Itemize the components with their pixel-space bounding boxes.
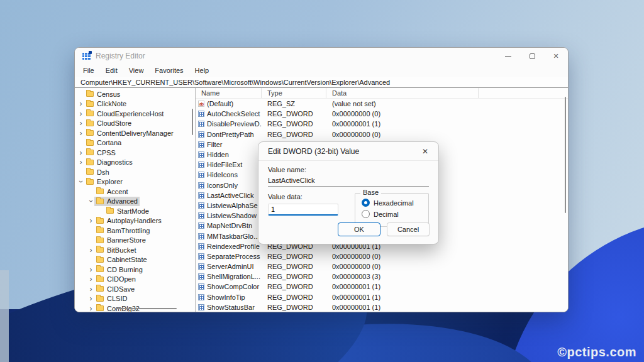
chevron-down-icon[interactable]: › [78,178,84,185]
value-name: ShowInfoTip [207,293,245,301]
chevron-right-icon[interactable]: › [87,305,94,312]
reg-dword-icon [198,121,204,127]
chevron-down-icon[interactable]: › [88,198,94,205]
menu-item-file[interactable]: File [77,67,100,74]
tree-item-cabinetstate[interactable]: CabinetState [75,255,195,265]
hexadecimal-radio[interactable] [362,199,370,207]
list-vertical-scrollbar[interactable] [565,97,566,213]
maximize-button[interactable] [520,48,544,64]
close-button[interactable]: ✕ [544,48,568,64]
value-row-disablepreviewd-[interactable]: DisablePreviewD...REG_DWORD0x00000001 (1… [196,119,568,129]
menu-item-help[interactable]: Help [189,67,215,74]
tree-item-label: Diagnostics [97,158,133,166]
minimize-button[interactable] [496,48,520,64]
tree-item-advanced[interactable]: ›Advanced [75,197,195,207]
tree-item-dsh[interactable]: Dsh [75,167,195,177]
value-row-dontprettypath[interactable]: DontPrettyPathREG_DWORD0x00000000 (0) [196,129,568,140]
folder-icon [96,266,104,272]
cancel-button[interactable]: Cancel [387,222,430,236]
tree-item-clsid[interactable]: ›CLSID [75,294,195,304]
value-row-shellmigrationl-[interactable]: ShellMigrationL...REG_DWORD0x00000003 (3… [196,272,568,282]
value-row-separateprocess[interactable]: SeparateProcessREG_DWORD0x00000000 (0) [196,251,568,261]
tree-item-cidopen[interactable]: ›CIDOpen [75,275,195,285]
tree-item-cortana[interactable]: Cortana [75,138,195,148]
tree-item-bamthrottling[interactable]: BamThrottling [75,226,195,236]
base-group-label: Base [360,189,381,196]
tree-item-cpss[interactable]: ›CPSS [75,148,195,158]
chevron-right-icon[interactable]: › [87,295,94,302]
tree-item-clicknote[interactable]: ›ClickNote [75,99,195,109]
tree-horizontal-scrollbar[interactable] [115,308,177,309]
tree-item-explorer[interactable]: ›Explorer [75,177,195,187]
tree-item-contentdeliverymanager[interactable]: ›ContentDeliveryManager [75,128,195,138]
value-data-input[interactable] [268,204,338,216]
chevron-right-icon[interactable]: › [87,266,94,273]
menu-item-favorites[interactable]: Favorites [149,67,189,74]
tree-item-label: AutoplayHandlers [107,217,162,224]
column-header-type[interactable]: Type [262,88,326,98]
value-row-showstatusbar[interactable]: ShowStatusBarREG_DWORD0x00000001 (1) [196,302,568,312]
chevron-right-icon[interactable]: › [87,286,94,292]
chevron-right-icon[interactable]: › [77,120,84,126]
registry-tree-panel[interactable]: Census›ClickNote›CloudExperienceHost›Clo… [75,88,196,312]
chevron-right-icon[interactable]: › [77,101,84,107]
menu-item-view[interactable]: View [123,67,150,74]
value-name: ListviewAlphaSe... [207,202,262,209]
chevron-right-icon[interactable]: › [77,159,84,165]
tree-item-label: BitBucket [107,246,136,254]
window-controls: ✕ [496,48,568,64]
tree-item-census[interactable]: Census [75,89,195,99]
chevron-right-icon[interactable]: › [87,276,94,282]
reg-dword-icon [198,111,204,117]
column-header-name[interactable]: Name [196,88,262,98]
tree-item-accent[interactable]: Accent [75,187,195,197]
folder-icon [106,208,114,214]
value-row--default-[interactable]: ab(Default)REG_SZ(value not set) [196,99,568,109]
dialog-title-bar[interactable]: Edit DWORD (32-bit) Value ✕ [258,142,438,161]
tree-item-diagnostics[interactable]: ›Diagnostics [75,158,195,168]
value-row-showcompcolor[interactable]: ShowCompColorREG_DWORD0x00000001 (1) [196,282,568,292]
reg-dword-icon [198,263,204,270]
value-row-showinfotip[interactable]: ShowInfoTipREG_DWORD0x00000001 (1) [196,292,568,302]
reg-dword-icon [198,131,204,138]
value-name: MapNetDrvBtn [207,222,252,229]
chevron-right-icon[interactable]: › [87,247,94,253]
window-title: Registry Editor [96,52,145,60]
hexadecimal-radio-row[interactable]: Hexadecimal [362,199,428,207]
value-name: DontPrettyPath [207,131,254,138]
dialog-close-button[interactable]: ✕ [417,145,433,158]
tree-item-cloudexperiencehost[interactable]: ›CloudExperienceHost [75,109,195,119]
ok-button[interactable]: OK [338,222,380,236]
menu-item-edit[interactable]: Edit [100,67,123,74]
value-type: REG_DWORD [262,263,326,270]
value-type: REG_DWORD [262,273,326,280]
value-row-autocheckselect[interactable]: AutoCheckSelectREG_DWORD0x00000000 (0) [196,109,568,119]
column-header-data[interactable]: Data [326,88,479,98]
tree-item-cloudstore[interactable]: ›CloudStore [75,119,195,129]
tree-vertical-scrollbar[interactable] [192,109,193,135]
tree-item-bannerstore[interactable]: BannerStore [75,236,195,246]
value-row-serveradminui[interactable]: ServerAdminUIREG_DWORD0x00000000 (0) [196,261,568,272]
tree-item-cd-burning[interactable]: ›CD Burning [75,265,195,275]
tree-item-autoplayhandlers[interactable]: ›AutoplayHandlers [75,216,195,226]
value-name: MMTaskbarGlo... [207,233,259,240]
chevron-right-icon[interactable]: › [77,111,84,117]
title-bar[interactable]: Registry Editor ✕ [75,48,568,64]
tree-item-startmode[interactable]: StartMode [75,206,195,216]
chevron-right-icon[interactable]: › [77,130,84,136]
chevron-right-icon[interactable]: › [77,150,84,156]
tree-item-cidsave[interactable]: ›CIDSave [75,284,195,294]
value-name: ServerAdminUI [207,263,254,270]
chevron-right-icon[interactable]: › [87,217,94,224]
folder-icon [96,247,104,253]
watermark: ©pctips.com [557,345,636,359]
value-name: DisablePreviewD... [207,120,262,128]
decimal-radio-row[interactable]: Decimal [362,210,428,218]
decimal-radio[interactable] [362,210,370,218]
decimal-radio-label: Decimal [374,211,399,218]
address-bar[interactable]: Computer\HKEY_CURRENT_USER\Software\Micr… [75,77,568,88]
folder-icon [86,111,94,116]
folder-icon [96,305,104,311]
tree-item-bitbucket[interactable]: ›BitBucket [75,245,195,255]
value-data: 0x00000001 (1) [326,304,568,311]
